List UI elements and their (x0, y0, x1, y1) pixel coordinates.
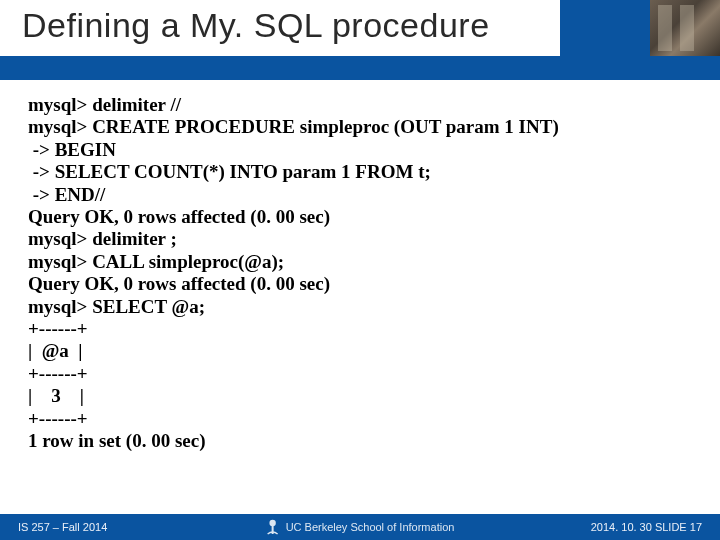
code-block: mysql> delimiter // mysql> CREATE PROCED… (28, 94, 692, 453)
code-line: -> END// (28, 184, 692, 206)
code-line: mysql> delimiter ; (28, 228, 692, 250)
code-line: +------+ (28, 318, 692, 340)
berkeley-logo-icon (266, 518, 280, 536)
header-decorative-photo (650, 0, 720, 56)
footer-left: IS 257 – Fall 2014 (18, 521, 107, 533)
code-line: Query OK, 0 rows affected (0. 00 sec) (28, 273, 692, 295)
code-line: | 3 | (28, 385, 692, 407)
code-line: | @a | (28, 340, 692, 362)
code-line: +------+ (28, 363, 692, 385)
code-line: mysql> delimiter // (28, 94, 692, 116)
title-bar: Defining a My. SQL procedure (0, 0, 720, 80)
footer-bar: IS 257 – Fall 2014 UC Berkeley School of… (0, 514, 720, 540)
code-line: mysql> SELECT @a; (28, 296, 692, 318)
code-line: -> SELECT COUNT(*) INTO param 1 FROM t; (28, 161, 692, 183)
code-line: +------+ (28, 408, 692, 430)
code-line: 1 row in set (0. 00 sec) (28, 430, 692, 452)
slide-title: Defining a My. SQL procedure (22, 6, 490, 45)
code-line: -> BEGIN (28, 139, 692, 161)
code-line: mysql> CALL simpleproc(@a); (28, 251, 692, 273)
footer-center: UC Berkeley School of Information (266, 518, 455, 536)
code-line: Query OK, 0 rows affected (0. 00 sec) (28, 206, 692, 228)
footer-center-text: UC Berkeley School of Information (286, 521, 455, 533)
footer-right: 2014. 10. 30 SLIDE 17 (591, 521, 702, 533)
code-line: mysql> CREATE PROCEDURE simpleproc (OUT … (28, 116, 692, 138)
